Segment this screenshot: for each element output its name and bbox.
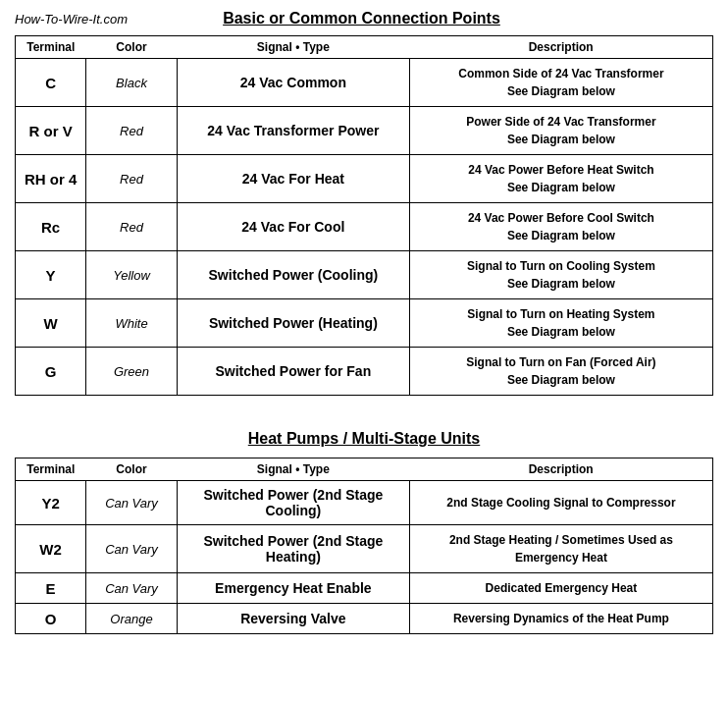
section1-title: Basic or Common Connection Points <box>147 10 576 27</box>
section2-table: Terminal Color Signal • Type Description… <box>15 458 713 634</box>
table-row: Y2Can VarySwitched Power (2nd Stage Cool… <box>16 481 713 525</box>
section-spacer <box>15 415 713 430</box>
table-row: W2Can VarySwitched Power (2nd Stage Heat… <box>16 525 713 573</box>
section1-header-row: Terminal Color Signal • Type Description <box>16 36 713 59</box>
header-color-2: Color <box>86 458 178 481</box>
table-row: R or VRed24 Vac Transformer PowerPower S… <box>16 107 713 155</box>
table-row: YYellowSwitched Power (Cooling)Signal to… <box>16 251 713 299</box>
site-name: How-To-Wire-It.com <box>15 12 128 27</box>
section2-header-row: Terminal Color Signal • Type Description <box>16 458 713 481</box>
table-row: RcRed24 Vac For Cool24 Vac Power Before … <box>16 203 713 251</box>
header-signal-2: Signal • Type <box>177 458 409 481</box>
header-desc-2: Description <box>409 458 712 481</box>
header-signal-1: Signal • Type <box>177 36 409 59</box>
header-desc-1: Description <box>409 36 712 59</box>
section2-title: Heat Pumps / Multi-Stage Units <box>248 430 480 447</box>
site-header: How-To-Wire-It.com Basic or Common Conne… <box>15 10 713 27</box>
header-color-1: Color <box>86 36 178 59</box>
section1-table: Terminal Color Signal • Type Description… <box>15 35 713 396</box>
table-row: RH or 4Red24 Vac For Heat24 Vac Power Be… <box>16 155 713 203</box>
table-row: CBlack24 Vac CommonCommon Side of 24 Vac… <box>16 59 713 107</box>
page-wrapper: How-To-Wire-It.com Basic or Common Conne… <box>15 10 713 634</box>
table-row: OOrangeReversing ValveReversing Dynamics… <box>16 604 713 634</box>
table-row: WWhiteSwitched Power (Heating)Signal to … <box>16 299 713 348</box>
header-terminal-2: Terminal <box>16 458 86 481</box>
section2-title-wrapper: Heat Pumps / Multi-Stage Units <box>15 430 713 448</box>
table-row: ECan VaryEmergency Heat EnableDedicated … <box>16 573 713 604</box>
table-row: GGreenSwitched Power for FanSignal to Tu… <box>16 348 713 396</box>
header-terminal-1: Terminal <box>16 36 86 59</box>
